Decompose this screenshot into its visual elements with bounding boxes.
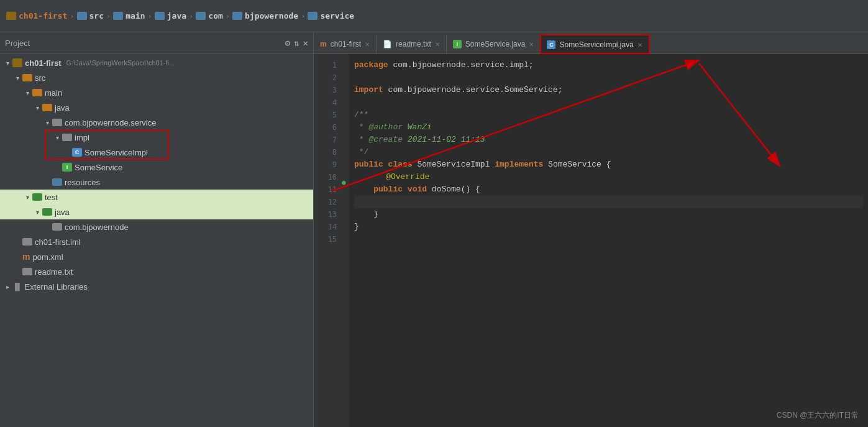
tree-item-src[interactable]: ▾ src	[0, 70, 313, 85]
tree-item-readme[interactable]: readme.txt	[0, 264, 313, 279]
sep2: ›	[106, 12, 111, 21]
tree-item-external-libraries[interactable]: ▸ ▐▌ External Libraries	[0, 279, 313, 294]
java2-icon	[42, 208, 52, 216]
line-numbers: 1 2 3 4 5 6 7 8 9 10 11 12 13 14 15	[314, 54, 342, 427]
comment-star-6: *	[354, 121, 368, 134]
tab-readme-label: readme.txt	[396, 40, 431, 48]
main-icon	[32, 89, 42, 96]
code-line-15	[354, 233, 863, 246]
bjpowernode-folder-icon	[232, 12, 242, 20]
tab-someservice[interactable]: I SomeService.java ✕	[447, 35, 541, 53]
arrow-impl: ▾	[52, 134, 62, 141]
breadcrumb-project[interactable]: ch01-first	[6, 11, 67, 21]
code-line-10: @Override	[354, 171, 863, 183]
breadcrumb-com[interactable]: com	[196, 11, 222, 21]
method-dosome: doSome() {	[432, 183, 480, 196]
tree-item-com-bjpowernode-service[interactable]: ▾ com.bjpowernode.service	[0, 115, 313, 130]
tree-item-main[interactable]: ▾ main	[0, 85, 313, 100]
tab-someserviceimpl[interactable]: C SomeServiceImpl.java ✕	[541, 35, 649, 53]
code-editor[interactable]: 1 2 3 4 5 6 7 8 9 10 11 12 13 14 15 ●	[314, 54, 868, 427]
breadcrumb-service[interactable]: service	[308, 11, 354, 21]
sidebar-expand-icon[interactable]: ✕	[303, 38, 308, 48]
sep3: ›	[148, 12, 152, 21]
closing-brace-1: }	[354, 208, 378, 221]
tree-item-pom[interactable]: m pom.xml	[0, 249, 313, 264]
tree-item-com-bjpowernode[interactable]: com.bjpowernode	[0, 219, 313, 234]
breadcrumb-bjpowernode[interactable]: bjpowernode	[232, 11, 298, 21]
arrow-src: ▾	[12, 75, 22, 81]
tree-item-iml[interactable]: ch01-first.iml	[0, 234, 313, 249]
tab-ch01-first-close[interactable]: ✕	[365, 41, 370, 48]
watermark: CSDN @王六六的IT日常	[777, 410, 859, 421]
tree-item-ch01-first[interactable]: ▾ ch01-first G:\Java\SpringWorkSpace\ch0…	[0, 55, 313, 70]
tab-ch01-first[interactable]: m ch01-first ✕	[314, 35, 377, 53]
comment-tag-author: @author	[368, 121, 403, 134]
project-folder-icon	[6, 12, 16, 20]
arrow-pom	[12, 254, 22, 260]
sidebar-settings-icon[interactable]: ⚙	[285, 38, 290, 48]
code-line-5: /**	[354, 109, 863, 121]
tab-readme[interactable]: 📄 readme.txt ✕	[377, 35, 447, 53]
comment-star-7: *	[354, 134, 368, 146]
main-label: main	[45, 88, 62, 98]
arrow-java2: ▾	[32, 209, 42, 216]
arrow-main: ▾	[22, 90, 32, 96]
com-bjpowernode-label: com.bjpowernode	[65, 223, 129, 232]
code-content[interactable]: package com.bjpowernode.service.impl; im…	[349, 54, 868, 427]
main-folder-icon	[113, 12, 123, 20]
java-folder-icon	[155, 12, 165, 20]
arrow-ch01-first: ▾	[2, 60, 12, 67]
class-icon-someserviceimpl: C	[72, 148, 82, 157]
tree-item-someservice[interactable]: I SomeService	[0, 160, 313, 175]
service-label: com.bjpowernode.service	[65, 118, 156, 127]
arrow-someserviceimpl	[62, 149, 72, 156]
test-icon	[32, 193, 42, 201]
tree-item-java2[interactable]: ▾ java	[0, 204, 313, 219]
tree-item-java[interactable]: ▾ java	[0, 100, 313, 115]
impl-label: impl	[75, 133, 89, 142]
breadcrumb-project-label: ch01-first	[19, 11, 67, 21]
file-tree: ▾ ch01-first G:\Java\SpringWorkSpace\ch0…	[0, 54, 313, 427]
comment-val-create: 2021-11-02 11:13	[403, 134, 485, 146]
gutter: ●	[342, 54, 349, 427]
kw-package: package	[354, 59, 393, 71]
comment-val-author: WanZi	[403, 121, 432, 134]
external-icon: ▐▌	[12, 283, 22, 290]
resources-icon	[52, 178, 62, 186]
sep5: ›	[226, 12, 230, 21]
tree-item-resources[interactable]: resources	[0, 175, 313, 190]
closing-brace-2: }	[354, 221, 359, 233]
kw-implements: implements	[495, 158, 548, 171]
iml-label: ch01-first.iml	[35, 237, 81, 247]
arrow-java: ▾	[32, 104, 42, 111]
arrow-readme	[12, 269, 22, 275]
arrow-test: ▾	[22, 194, 32, 201]
iml-icon	[22, 238, 32, 246]
tab-someserviceimpl-icon: C	[547, 40, 555, 49]
tab-someservice-close[interactable]: ✕	[529, 41, 534, 48]
breadcrumb-java[interactable]: java	[155, 11, 186, 21]
sep4: ›	[189, 12, 193, 21]
comment-open: /**	[354, 109, 368, 121]
tab-readme-close[interactable]: ✕	[435, 41, 440, 48]
breadcrumb-main[interactable]: main	[113, 11, 145, 21]
tab-someserviceimpl-close[interactable]: ✕	[637, 42, 642, 48]
breadcrumb-main-label: main	[126, 11, 145, 21]
breadcrumb-service-label: service	[320, 11, 354, 21]
maven-icon: m	[22, 252, 30, 262]
tree-item-impl[interactable]: ▾ impl	[0, 130, 313, 145]
tree-item-someserviceimpl[interactable]: C SomeServiceImpl	[0, 145, 313, 160]
someservice-label: SomeService	[75, 163, 122, 172]
breadcrumb-src[interactable]: src	[77, 11, 104, 21]
arrow-com-bjpowernode	[42, 224, 52, 231]
sidebar-scroll-icon[interactable]: ⇅	[294, 38, 299, 48]
code-line-14: }	[354, 221, 863, 233]
tree-item-test[interactable]: ▾ test	[0, 190, 313, 204]
kw-void: void	[408, 183, 432, 196]
code-line-1: package com.bjpowernode.service.impl;	[354, 59, 863, 71]
test-label: test	[45, 193, 58, 202]
breadcrumb-bar: ch01-first › src › main › java › com › b…	[0, 0, 868, 32]
arrow-external: ▸	[2, 283, 12, 290]
code-line-6: * @author WanZi	[354, 121, 863, 134]
code-line-9: public class SomeServiceImpl implements …	[354, 158, 863, 171]
